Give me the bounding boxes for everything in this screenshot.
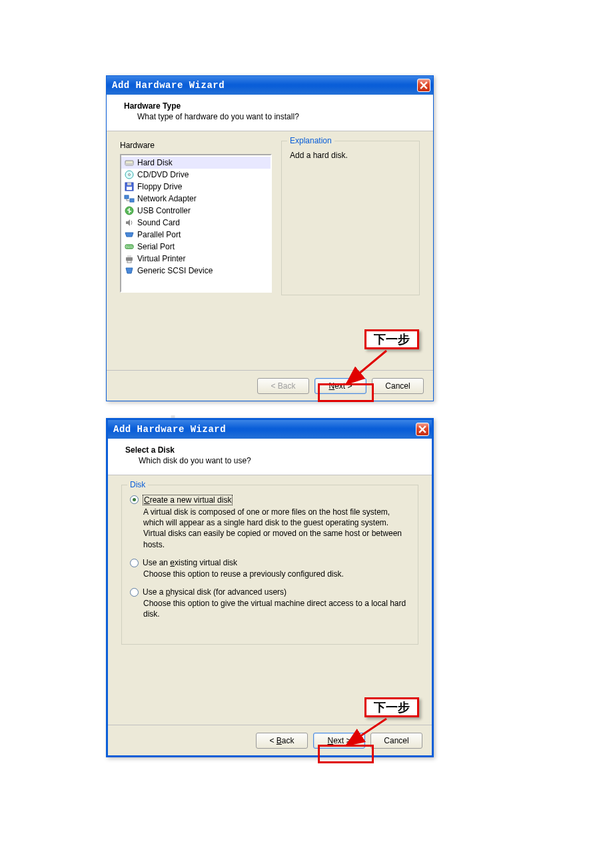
cancel-button[interactable]: Cancel bbox=[370, 733, 422, 749]
list-item-floppy[interactable]: Floppy Drive bbox=[121, 181, 271, 193]
back-button[interactable]: < Back bbox=[256, 733, 308, 749]
wizard-header: Hardware Type What type of hardware do y… bbox=[107, 95, 433, 131]
usb-icon bbox=[124, 205, 135, 216]
dialog-title: Add Hardware Wizard bbox=[113, 424, 416, 435]
wizard-header-subtitle: What type of hardware do you want to ins… bbox=[124, 112, 420, 121]
svg-rect-7 bbox=[125, 195, 129, 199]
explanation-text: Add a hard disk. bbox=[287, 149, 414, 161]
list-item-label: Floppy Drive bbox=[137, 182, 182, 191]
list-item-label: Virtual Printer bbox=[137, 254, 185, 263]
wizard-button-row: < Back Next > Cancel bbox=[108, 725, 432, 755]
list-item-label: Sound Card bbox=[137, 218, 180, 227]
radio-label: Create a new virtual disk bbox=[143, 495, 233, 505]
dialog-title: Add Hardware Wizard bbox=[112, 80, 417, 91]
list-item-cd-dvd[interactable]: CD/DVD Drive bbox=[121, 169, 271, 181]
close-button[interactable] bbox=[417, 79, 430, 92]
list-item-scsi[interactable]: Generic SCSI Device bbox=[121, 265, 271, 277]
list-item-label: Network Adapter bbox=[137, 194, 197, 203]
serial-port-icon: 0101 bbox=[124, 241, 135, 252]
svg-rect-12 bbox=[126, 257, 133, 261]
svg-rect-13 bbox=[127, 255, 131, 257]
radio-option-use-physical[interactable]: Use a physical disk (for advanced users) bbox=[130, 587, 410, 597]
list-item-label: CD/DVD Drive bbox=[137, 170, 189, 179]
list-item-usb[interactable]: USB Controller bbox=[121, 205, 271, 217]
radio-label: Use an existing virtual disk bbox=[143, 558, 237, 567]
disc-icon bbox=[124, 169, 135, 180]
printer-icon bbox=[124, 253, 135, 264]
wizard-button-row: < Back Next > Cancel bbox=[107, 370, 433, 401]
parallel-port-icon bbox=[124, 229, 135, 240]
disk-groupbox: Disk Create a new virtual disk A virtual… bbox=[121, 485, 418, 645]
list-item-hard-disk[interactable]: Hard Disk bbox=[121, 157, 271, 169]
list-item-label: Hard Disk bbox=[137, 158, 173, 167]
cancel-button[interactable]: Cancel bbox=[372, 378, 424, 394]
titlebar: Add Hardware Wizard bbox=[107, 76, 433, 95]
list-item-parallel[interactable]: Parallel Port bbox=[121, 229, 271, 241]
radio-button[interactable] bbox=[130, 495, 139, 504]
close-icon bbox=[420, 81, 428, 89]
radio-option-use-existing[interactable]: Use an existing virtual disk bbox=[130, 558, 410, 567]
list-item-virtual-printer[interactable]: Virtual Printer bbox=[121, 253, 271, 265]
hard-disk-icon bbox=[124, 157, 135, 168]
scsi-icon bbox=[124, 265, 135, 276]
radio-description: Choose this option to reuse a previously… bbox=[143, 569, 410, 579]
hardware-label: Hardware bbox=[120, 141, 272, 150]
radio-button[interactable] bbox=[130, 588, 139, 597]
radio-description: Choose this option to give the virtual m… bbox=[143, 598, 410, 619]
radio-description: A virtual disk is composed of one or mor… bbox=[143, 507, 410, 550]
list-item-serial[interactable]: 0101 Serial Port bbox=[121, 241, 271, 253]
wizard-header-subtitle: Which disk do you want to use? bbox=[125, 456, 418, 465]
list-item-network[interactable]: Network Adapter bbox=[121, 193, 271, 205]
radio-option-create-new[interactable]: Create a new virtual disk bbox=[130, 495, 410, 505]
radio-label: Use a physical disk (for advanced users) bbox=[143, 587, 287, 597]
annotation-highlight-next-button bbox=[318, 383, 374, 402]
list-item-label: Parallel Port bbox=[137, 230, 181, 239]
list-item-label: USB Controller bbox=[137, 206, 191, 215]
close-button[interactable] bbox=[416, 423, 429, 436]
disk-legend: Disk bbox=[127, 480, 148, 489]
wizard-header-title: Select a Disk bbox=[125, 445, 418, 455]
svg-point-3 bbox=[129, 174, 131, 176]
svg-rect-8 bbox=[130, 199, 134, 202]
annotation-callout-next-step: 下一步 bbox=[364, 697, 419, 717]
hardware-listbox[interactable]: Hard Disk CD/DVD Drive Floppy Drive bbox=[120, 154, 272, 293]
floppy-icon bbox=[124, 181, 135, 192]
list-item-label: Generic SCSI Device bbox=[137, 266, 213, 275]
radio-button[interactable] bbox=[130, 559, 139, 567]
svg-rect-14 bbox=[127, 261, 131, 263]
svg-rect-6 bbox=[127, 187, 132, 190]
svg-text:0101: 0101 bbox=[125, 245, 133, 249]
list-item-label: Serial Port bbox=[137, 242, 175, 251]
network-icon bbox=[124, 193, 135, 204]
wizard-header: Select a Disk Which disk do you want to … bbox=[108, 439, 432, 475]
explanation-legend: Explanation bbox=[287, 136, 334, 145]
wizard-header-title: Hardware Type bbox=[124, 101, 420, 111]
svg-rect-1 bbox=[125, 163, 133, 165]
list-item-sound[interactable]: Sound Card bbox=[121, 217, 271, 229]
titlebar: Add Hardware Wizard bbox=[108, 420, 432, 439]
back-button: < Back bbox=[257, 378, 309, 394]
svg-rect-5 bbox=[127, 183, 131, 185]
sound-icon bbox=[124, 217, 135, 228]
annotation-highlight-next-button bbox=[318, 745, 374, 763]
close-icon bbox=[418, 425, 426, 433]
annotation-callout-next-step: 下一步 bbox=[364, 329, 419, 349]
add-hardware-wizard-dialog-1: Add Hardware Wizard Hardware Type What t… bbox=[106, 75, 434, 401]
